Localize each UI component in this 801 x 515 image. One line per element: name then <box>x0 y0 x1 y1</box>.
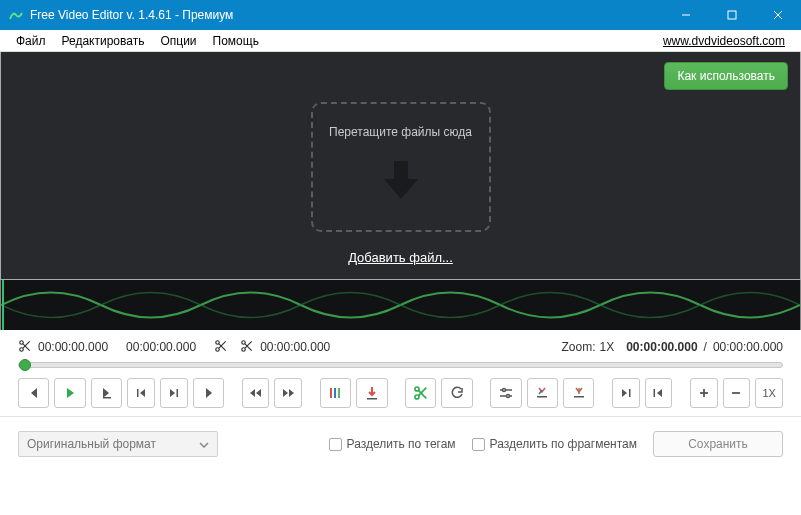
markers-button[interactable] <box>320 378 351 408</box>
svg-rect-20 <box>334 388 336 398</box>
add-file-link[interactable]: Добавить файл... <box>348 250 453 265</box>
current-time: 00:00:00.000 <box>626 340 697 354</box>
svg-rect-31 <box>537 396 547 398</box>
zoom-reset-button[interactable]: 1X <box>755 378 783 408</box>
maximize-button[interactable] <box>709 0 755 30</box>
window-title: Free Video Editor v. 1.4.61 - Премиум <box>30 8 663 22</box>
menubar: Файл Редактировать Опции Помощь www.dvdv… <box>0 30 801 52</box>
svg-point-9 <box>216 347 220 351</box>
next-frame-button[interactable] <box>160 378 188 408</box>
scissor-icon <box>240 339 254 356</box>
seek-slider[interactable] <box>18 362 783 368</box>
time-info-row: 00:00:00.000 00:00:00.000 00:00:00.000 Z… <box>0 330 801 356</box>
svg-point-29 <box>502 389 505 392</box>
video-stage: Как использовать Перетащите файлы сюда Д… <box>0 52 801 280</box>
svg-point-24 <box>415 395 419 399</box>
split-by-fragments-checkbox[interactable]: Разделить по фрагментам <box>472 437 637 451</box>
titlebar: Free Video Editor v. 1.4.61 - Премиум <box>0 0 801 30</box>
svg-point-5 <box>20 347 24 351</box>
seek-slider-row <box>0 356 801 378</box>
cut-end-time: 00:00:00.000 <box>126 340 196 354</box>
waveform[interactable] <box>0 280 801 330</box>
menu-edit[interactable]: Редактировать <box>54 32 153 50</box>
svg-rect-33 <box>629 389 631 397</box>
svg-rect-22 <box>367 398 377 400</box>
checkbox-icon <box>329 438 342 451</box>
svg-rect-32 <box>574 396 584 398</box>
how-to-use-button[interactable]: Как использовать <box>664 62 788 90</box>
svg-rect-1 <box>728 11 736 19</box>
settings-button[interactable] <box>490 378 521 408</box>
step-back-button[interactable] <box>18 378 49 408</box>
dropzone-hint: Перетащите файлы сюда <box>329 125 472 139</box>
zoom-in-button[interactable] <box>690 378 718 408</box>
svg-rect-21 <box>338 388 340 398</box>
zoom-out-button[interactable] <box>723 378 751 408</box>
trim-left-button[interactable] <box>527 378 558 408</box>
svg-rect-34 <box>654 389 656 397</box>
menu-help[interactable]: Помощь <box>205 32 267 50</box>
window-controls <box>663 0 801 30</box>
mark-out-button[interactable] <box>645 378 673 408</box>
mark-in-button[interactable] <box>612 378 640 408</box>
svg-rect-16 <box>103 397 111 399</box>
play-button[interactable] <box>54 378 85 408</box>
playhead-marker[interactable] <box>2 280 4 330</box>
scissor-icon <box>214 339 228 356</box>
svg-rect-18 <box>177 389 179 397</box>
zoom-value: 1X <box>600 340 615 354</box>
svg-point-13 <box>242 347 246 351</box>
time-separator: / <box>704 340 707 354</box>
split-by-fragments-label: Разделить по фрагментам <box>490 437 637 451</box>
trim-right-button[interactable] <box>563 378 594 408</box>
dropzone[interactable]: Перетащите файлы сюда <box>311 102 491 232</box>
minimize-button[interactable] <box>663 0 709 30</box>
seek-knob[interactable] <box>19 359 31 371</box>
menu-options[interactable]: Опции <box>152 32 204 50</box>
selection-time: 00:00:00.000 <box>260 340 330 354</box>
cut-button[interactable] <box>405 378 436 408</box>
save-button[interactable]: Сохранить <box>653 431 783 457</box>
app-icon <box>8 7 24 23</box>
checkbox-icon <box>472 438 485 451</box>
cut-start-time: 00:00:00.000 <box>38 340 108 354</box>
total-time: 00:00:00.000 <box>713 340 783 354</box>
play-to-end-button[interactable] <box>91 378 122 408</box>
svg-rect-17 <box>137 389 139 397</box>
format-combo[interactable]: Оригинальный формат <box>18 431 218 457</box>
svg-point-30 <box>506 395 509 398</box>
chevron-down-icon <box>199 437 209 451</box>
svg-point-4 <box>20 340 24 344</box>
split-by-tags-checkbox[interactable]: Разделить по тегам <box>329 437 456 451</box>
bottom-bar: Оригинальный формат Разделить по тегам Р… <box>0 416 801 462</box>
scissor-icon <box>18 339 32 356</box>
svg-point-23 <box>415 387 419 391</box>
svg-point-8 <box>216 340 220 344</box>
format-combo-value: Оригинальный формат <box>27 437 156 451</box>
skip-back-button[interactable] <box>242 378 270 408</box>
toolbar: 1X <box>0 378 801 416</box>
skip-forward-button[interactable] <box>274 378 302 408</box>
rotate-button[interactable] <box>441 378 472 408</box>
down-arrow-icon <box>376 155 426 209</box>
zoom-label: Zoom: <box>561 340 595 354</box>
close-button[interactable] <box>755 0 801 30</box>
svg-point-12 <box>242 340 246 344</box>
step-forward-button[interactable] <box>193 378 224 408</box>
marker-down-button[interactable] <box>356 378 387 408</box>
prev-frame-button[interactable] <box>127 378 155 408</box>
svg-rect-19 <box>330 388 332 398</box>
split-by-tags-label: Разделить по тегам <box>347 437 456 451</box>
website-link[interactable]: www.dvdvideosoft.com <box>663 34 793 48</box>
menu-file[interactable]: Файл <box>8 32 54 50</box>
